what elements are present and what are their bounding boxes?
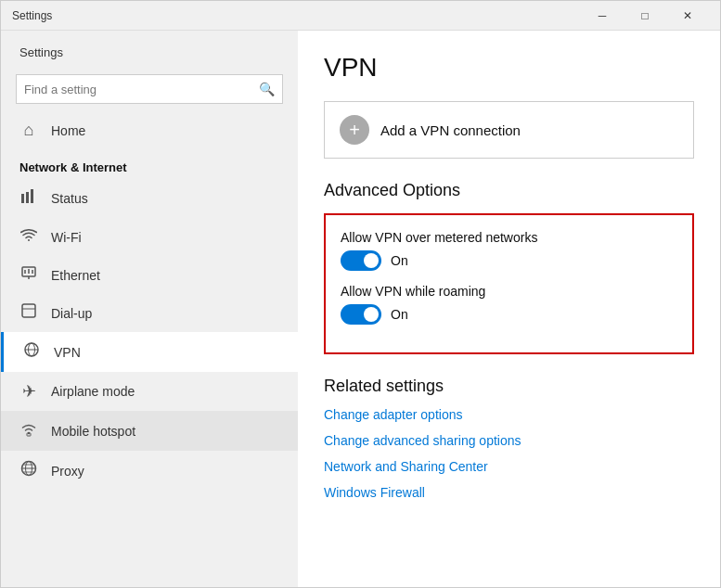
wifi-icon [19,227,38,247]
vpn-metered-row: Allow VPN over metered networks On [341,230,677,271]
content-area: Settings 🔍 ⌂ Home Network & Internet [1,31,720,587]
status-icon [19,187,38,209]
hotspot-icon [19,420,38,441]
network-sharing-center-link[interactable]: Network and Sharing Center [324,459,694,474]
add-vpn-label: Add a VPN connection [380,122,521,138]
plus-icon: + [340,115,369,145]
sidebar-item-wifi-label: Wi-Fi [51,230,82,245]
home-icon: ⌂ [19,121,38,140]
sidebar-item-ethernet[interactable]: Ethernet [1,256,298,294]
sidebar-item-airplane-label: Airplane mode [51,384,135,399]
vpn-roaming-row: Allow VPN while roaming On [341,284,677,325]
settings-window: Settings ─ □ ✕ Settings 🔍 ⌂ Home Network… [0,0,721,588]
change-advanced-sharing-link[interactable]: Change advanced sharing options [324,433,694,448]
sidebar-item-proxy-label: Proxy [51,464,84,479]
window-controls: ─ □ ✕ [581,1,709,31]
svg-rect-13 [27,433,31,436]
sidebar-item-proxy[interactable]: Proxy [1,451,298,491]
vpn-roaming-toggle[interactable] [341,304,381,325]
sidebar-item-dialup[interactable]: Dial-up [1,294,298,332]
sidebar-item-status-label: Status [51,191,88,206]
sidebar-item-wifi[interactable]: Wi-Fi [1,218,298,256]
related-settings-title: Related settings [324,377,694,396]
title-bar: Settings ─ □ ✕ [1,1,720,31]
vpn-metered-toggle[interactable] [341,250,381,271]
vpn-roaming-toggle-container: On [341,304,677,325]
minimize-button[interactable]: ─ [581,1,624,31]
proxy-icon [19,460,38,481]
search-icon[interactable]: 🔍 [259,82,275,96]
vpn-metered-label: Allow VPN over metered networks [341,230,677,245]
ethernet-icon [19,265,38,285]
close-button[interactable]: ✕ [666,1,709,31]
sidebar-section-network: Network & Internet [1,149,298,178]
vpn-roaming-label: Allow VPN while roaming [341,284,677,299]
sidebar-app-title: Settings [1,31,298,67]
svg-rect-1 [26,192,29,203]
vpn-metered-toggle-container: On [341,250,677,271]
sidebar-item-dialup-label: Dial-up [51,306,92,321]
search-box[interactable]: 🔍 [16,74,283,104]
vpn-metered-state: On [391,253,408,268]
vpn-roaming-state: On [391,307,408,322]
maximize-button[interactable]: □ [624,1,666,31]
airplane-icon: ✈ [19,381,38,402]
svg-rect-8 [22,304,35,317]
dialup-icon [19,303,38,323]
sidebar-item-airplane[interactable]: ✈ Airplane mode [1,372,298,411]
sidebar-item-hotspot-label: Mobile hotspot [51,424,135,439]
sidebar-item-vpn-label: VPN [54,345,81,360]
windows-firewall-link[interactable]: Windows Firewall [324,485,694,500]
svg-rect-2 [31,189,33,203]
sidebar-item-home[interactable]: ⌂ Home [1,111,298,149]
sidebar: Settings 🔍 ⌂ Home Network & Internet [1,31,298,587]
sidebar-item-status[interactable]: Status [1,178,298,218]
sidebar-item-vpn[interactable]: VPN [1,332,298,372]
search-input[interactable] [24,83,259,96]
sidebar-item-home-label: Home [51,123,85,138]
svg-rect-0 [21,194,24,203]
window-title: Settings [12,9,581,22]
sidebar-item-hotspot[interactable]: Mobile hotspot [1,411,298,451]
vpn-icon [22,341,41,363]
page-title: VPN [324,53,694,83]
add-vpn-button[interactable]: + Add a VPN connection [324,101,694,159]
main-content: VPN + Add a VPN connection Advanced Opti… [298,31,720,587]
change-adapter-options-link[interactable]: Change adapter options [324,407,694,422]
advanced-options-box: Allow VPN over metered networks On Allow… [324,213,694,354]
advanced-options-title: Advanced Options [324,181,694,200]
sidebar-item-ethernet-label: Ethernet [51,268,100,283]
